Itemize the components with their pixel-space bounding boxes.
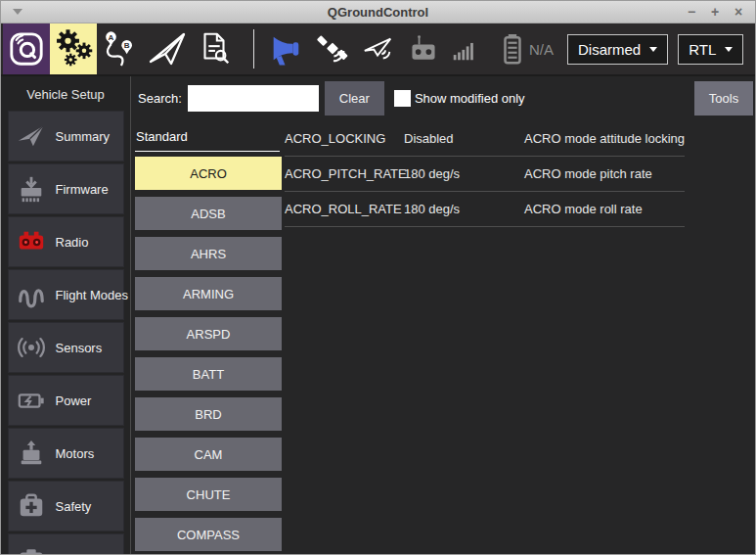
sidebar-item-label: Firmware xyxy=(56,182,109,197)
sidebar-title: Vehicle Setup xyxy=(1,76,130,111)
titlebar: QGroundControl − + × xyxy=(1,1,755,23)
svg-text:A: A xyxy=(109,33,114,42)
parameter-search-bar: Search: Clear Show modified only Tools xyxy=(131,76,755,119)
battery-status-button[interactable] xyxy=(498,32,527,66)
flight-state-label: Disarmed xyxy=(578,41,641,58)
first-aid-kit-icon xyxy=(15,491,48,521)
vehicle-setup-sidebar: Vehicle Setup SummaryFirmwareRadioFlight… xyxy=(1,76,131,554)
chevron-down-icon xyxy=(649,47,657,52)
sidebar-items: SummaryFirmwareRadioFlight ModesSensorsP… xyxy=(1,111,130,554)
parameter-value: Disabled xyxy=(404,131,524,146)
sidebar-item-radio[interactable]: Radio xyxy=(8,216,124,267)
toolbar-separator xyxy=(253,29,254,69)
parameter-description: ACRO mode roll rate xyxy=(524,202,685,216)
gears-icon xyxy=(52,27,95,70)
analyze-view-button[interactable] xyxy=(191,23,238,74)
sidebar-item-summary[interactable]: Summary xyxy=(8,111,124,162)
clear-button[interactable]: Clear xyxy=(325,81,384,116)
vehicle-setup-button[interactable] xyxy=(50,23,97,74)
tools-button[interactable]: Tools xyxy=(694,81,753,116)
sidebar-item-label: Motors xyxy=(56,446,95,461)
group-list: ACROADSBAHRSARMINGARSPDBATTBRDCAMCHUTECO… xyxy=(135,157,285,551)
flight-mode-label: RTL xyxy=(689,41,716,58)
flight-mode-dropdown[interactable]: RTL xyxy=(678,34,743,65)
sidebar-item-label: Camera xyxy=(56,552,101,555)
show-modified-checkbox[interactable] xyxy=(394,90,411,107)
chevron-down-icon xyxy=(725,47,733,52)
battery-icon xyxy=(498,32,527,66)
parameter-value: 180 deg/s xyxy=(404,166,524,181)
parameter-name: ACRO_PITCH_RATE xyxy=(285,166,404,181)
group-header: Standard xyxy=(135,129,280,152)
signal-bars-icon xyxy=(452,36,477,62)
satellite-icon xyxy=(316,32,349,66)
firmware-chip-icon xyxy=(15,174,48,204)
parameter-name: ACRO_ROLL_RATE xyxy=(285,202,404,216)
show-modified-label: Show modified only xyxy=(415,91,525,106)
plan-view-button[interactable]: A B xyxy=(97,23,144,74)
main-toolbar: A B xyxy=(1,23,755,76)
close-button[interactable]: × xyxy=(730,3,747,21)
qgc-logo-button[interactable] xyxy=(3,23,50,74)
sidebar-item-label: Radio xyxy=(56,235,89,250)
flight-state-dropdown[interactable]: Disarmed xyxy=(567,34,668,65)
sidebar-item-safety[interactable]: Safety xyxy=(8,481,124,532)
camera-icon xyxy=(15,544,48,554)
parameter-row[interactable]: ACRO_LOCKINGDisabledACRO mode attitude l… xyxy=(285,121,685,157)
svg-text:B: B xyxy=(124,41,130,50)
megaphone-icon xyxy=(268,31,303,67)
group-button-arming[interactable]: ARMING xyxy=(135,277,282,310)
group-button-compass[interactable]: COMPASS xyxy=(135,518,282,551)
group-button-acro[interactable]: ACRO xyxy=(135,157,282,190)
waveform-icon xyxy=(15,280,48,309)
sidebar-item-camera[interactable]: Camera xyxy=(8,533,124,554)
parameter-name: ACRO_LOCKING xyxy=(285,131,404,146)
group-button-chute[interactable]: CHUTE xyxy=(135,478,282,511)
paper-plane-icon xyxy=(148,29,187,69)
group-button-ahrs[interactable]: AHRS xyxy=(135,237,282,270)
parameter-value: 180 deg/s xyxy=(404,202,524,216)
rc-controller-icon xyxy=(408,33,439,65)
window-menu-icon[interactable] xyxy=(1,9,34,15)
gps-status-button[interactable] xyxy=(316,32,349,66)
parameter-row[interactable]: ACRO_PITCH_RATE180 deg/sACRO mode pitch … xyxy=(285,157,685,192)
sidebar-item-label: Summary xyxy=(56,129,111,144)
search-label: Search: xyxy=(138,91,182,106)
group-button-adsb[interactable]: ADSB xyxy=(135,197,282,230)
audio-status-button[interactable] xyxy=(268,31,303,67)
rssi-status-button[interactable] xyxy=(452,36,477,62)
telemetry-status-button[interactable] xyxy=(362,32,395,66)
rc-status-button[interactable] xyxy=(408,33,439,65)
parameter-description: ACRO mode attitude locking xyxy=(524,131,685,146)
minimize-button[interactable]: − xyxy=(683,3,700,21)
paper-plane-icon xyxy=(15,121,48,151)
fly-view-button[interactable] xyxy=(144,23,191,74)
sidebar-item-sensors[interactable]: Sensors xyxy=(8,322,124,373)
group-button-batt[interactable]: BATT xyxy=(135,357,282,391)
motor-icon xyxy=(15,439,48,468)
sidebar-item-label: Safety xyxy=(56,499,92,514)
parameter-table: ACRO_LOCKINGDisabledACRO mode attitude l… xyxy=(285,119,755,554)
telemetry-plane-icon xyxy=(362,32,395,66)
sidebar-item-flight-modes[interactable]: Flight Modes xyxy=(8,269,124,320)
battery-bolt-icon xyxy=(15,386,48,415)
signal-rings-icon xyxy=(15,333,48,362)
sidebar-item-power[interactable]: Power xyxy=(8,375,124,426)
group-button-cam[interactable]: CAM xyxy=(135,438,282,471)
sidebar-item-motors[interactable]: Motors xyxy=(8,428,124,479)
sidebar-item-label: Power xyxy=(56,393,92,408)
search-input[interactable] xyxy=(188,85,319,112)
qgroundcontrol-window: QGroundControl − + × xyxy=(0,0,756,555)
sidebar-item-label: Flight Modes xyxy=(56,288,128,302)
battery-status-text: N/A xyxy=(529,41,554,58)
sidebar-item-firmware[interactable]: Firmware xyxy=(8,163,124,214)
route-ab-icon: A B xyxy=(102,30,139,68)
parameter-row[interactable]: ACRO_ROLL_RATE180 deg/sACRO mode roll ra… xyxy=(285,192,685,227)
parameter-description: ACRO mode pitch rate xyxy=(524,166,685,181)
group-button-brd[interactable]: BRD xyxy=(135,397,282,431)
sidebar-item-label: Sensors xyxy=(56,341,103,355)
document-search-icon xyxy=(196,30,233,68)
group-button-arspd[interactable]: ARSPD xyxy=(135,317,282,350)
maximize-button[interactable]: + xyxy=(706,3,724,21)
radio-transmitter-icon xyxy=(15,227,48,256)
